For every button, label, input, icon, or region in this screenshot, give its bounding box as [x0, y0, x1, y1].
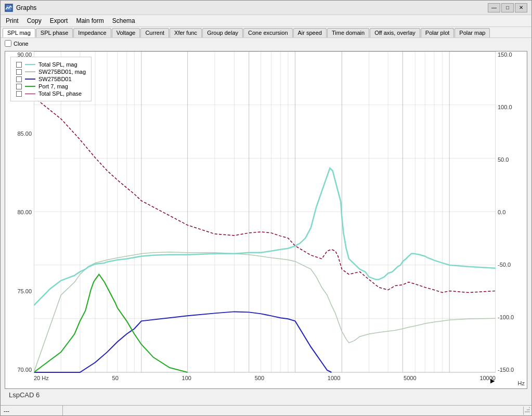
tab-impedance[interactable]: Impedance [73, 28, 111, 37]
x-label-20hz: 20 Hz [34, 375, 49, 381]
legend-label-total-spl: Total SPL, mag [38, 61, 77, 68]
tab-time-domain[interactable]: Time domain [327, 28, 369, 37]
svg-rect-3 [34, 51, 496, 373]
legend-color-phase [25, 94, 35, 94]
chart-container: deg 90.00 85.00 80.00 75.00 70.00 150.0 … [5, 51, 527, 389]
resize-grip[interactable] [523, 407, 531, 415]
legend-label-phase: Total SPL, phase [38, 90, 82, 97]
legend-checkbox-sw275-mag[interactable] [16, 69, 22, 75]
y-right-label-3: 0.0 [498, 209, 505, 215]
legend-checkbox-port7[interactable] [16, 84, 22, 89]
main-window: Graphs — □ ✕ Print Copy Export Main form… [0, 0, 532, 416]
y-right-label-5: -100.0 [498, 314, 514, 320]
x-label-500: 500 [255, 375, 264, 381]
window-title: Graphs [16, 4, 36, 11]
x-axis-arrow: ▶ [490, 378, 495, 384]
legend-label-sw275-mag: SW275BD01, mag [38, 69, 86, 75]
tab-spl-phase[interactable]: SPL phase [36, 28, 73, 37]
legend-item-total-spl: Total SPL, mag [16, 61, 86, 68]
menu-copy[interactable]: Copy [24, 16, 45, 25]
close-button[interactable]: ✕ [515, 3, 527, 12]
tab-polar-map[interactable]: Polar map [455, 28, 490, 37]
maximize-button[interactable]: □ [501, 3, 514, 12]
tab-air-speed[interactable]: Air speed [293, 28, 327, 37]
chart-plot [34, 51, 496, 373]
status-bar: --- [1, 405, 531, 415]
legend-item-sw275-mag: SW275BD01, mag [16, 69, 86, 75]
tab-xfer-func[interactable]: Xfer func [170, 28, 202, 37]
x-label-5000: 5000 [404, 375, 416, 381]
x-label-50: 50 [112, 375, 119, 381]
tab-current[interactable]: Current [140, 28, 169, 37]
tab-spl-mag[interactable]: SPL mag [3, 28, 35, 37]
legend-checkbox-sw275[interactable] [16, 76, 22, 82]
legend-label-port7: Port 7, mag [38, 83, 68, 89]
menu-export[interactable]: Export [47, 16, 71, 25]
menu-print[interactable]: Print [3, 16, 22, 25]
x-axis: 20 Hz 50 100 500 1000 5000 10000 [34, 373, 496, 388]
tab-voltage[interactable]: Voltage [112, 28, 140, 37]
y-left-label-3: 75.00 [17, 288, 32, 294]
y-right-label-0: 150.0 [498, 51, 512, 58]
chart-svg [34, 51, 496, 373]
tabs-bar: SPL mag SPL phase Impedance Voltage Curr… [1, 27, 531, 38]
y-right-label-6: -150.0 [498, 367, 514, 373]
legend-color-sw275-mag [25, 71, 35, 72]
hz-label: Hz [518, 380, 525, 386]
legend-color-sw275 [25, 79, 35, 80]
legend-item-port7: Port 7, mag [16, 83, 86, 89]
title-controls: — □ ✕ [488, 3, 527, 12]
tab-polar-plot[interactable]: Polar plot [421, 28, 454, 37]
x-label-100: 100 [182, 375, 191, 381]
legend-item-sw275: SW275BD01 [16, 76, 86, 82]
legend-checkbox-total-spl[interactable] [16, 62, 22, 68]
menu-bar: Print Copy Export Main form Schema [1, 15, 531, 27]
legend-checkbox-phase[interactable] [16, 91, 22, 97]
menu-schema[interactable]: Schema [109, 16, 138, 25]
legend-label-sw275: SW275BD01 [38, 76, 72, 82]
y-right-label-2: 50.0 [498, 157, 509, 163]
status-left: --- [1, 406, 63, 415]
app-icon [5, 4, 13, 12]
legend-color-port7 [25, 86, 35, 87]
status-left-text: --- [4, 408, 9, 414]
clone-bar: Clone [1, 38, 531, 49]
y-left-label-1: 85.00 [17, 131, 32, 137]
clone-label: Clone [14, 41, 29, 47]
minimize-button[interactable]: — [488, 3, 500, 12]
y-right-label-4: -50.0 [498, 262, 511, 268]
y-right-label-1: 100.0 [498, 104, 512, 110]
title-bar: Graphs — □ ✕ [1, 1, 531, 15]
app-label: LspCAD 6 [5, 389, 527, 401]
tab-cone-excursion[interactable]: Cone excursion [243, 28, 292, 37]
tab-group-delay[interactable]: Group delay [202, 28, 243, 37]
y-left-label-4: 70.00 [17, 367, 32, 373]
content-area: deg 90.00 85.00 80.00 75.00 70.00 150.0 … [1, 49, 531, 403]
legend: Total SPL, mag SW275BD01, mag SW275BD01 … [10, 57, 92, 101]
tab-off-axis[interactable]: Off axis, overlay [370, 28, 420, 37]
x-label-1000: 1000 [328, 375, 340, 381]
clone-checkbox[interactable] [5, 40, 11, 47]
legend-color-total-spl [25, 64, 35, 65]
menu-main-form[interactable]: Main form [73, 16, 107, 25]
title-bar-left: Graphs [5, 4, 36, 12]
legend-item-phase: Total SPL, phase [16, 90, 86, 97]
y-left-label-2: 80.00 [17, 209, 32, 215]
y-axis-right: 150.0 100.0 50.0 0.0 -50.0 -100.0 -150.0 [496, 51, 527, 373]
status-right [63, 406, 523, 415]
